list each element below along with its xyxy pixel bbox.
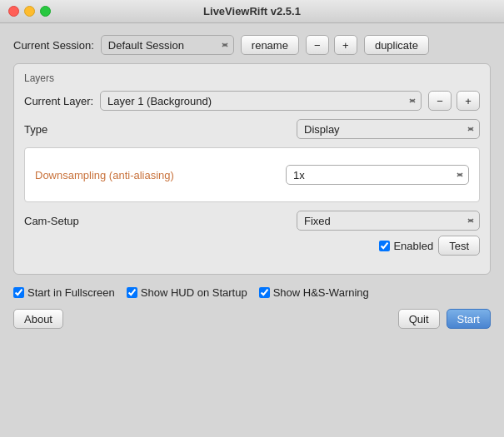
layer-minus-button[interactable]: − [428, 91, 452, 111]
title-bar: LiveViewRift v2.5.1 [0, 0, 504, 23]
main-content: Current Session: Default Session rename … [0, 23, 504, 339]
hud-checkbox-label[interactable]: Show HUD on Startup [127, 286, 247, 299]
bottom-checkboxes: Start in Fullscreen Show HUD on Startup … [13, 283, 491, 299]
downsampling-box: Downsampling (anti-aliasing) 1x [24, 147, 480, 202]
session-minus-button[interactable]: − [306, 35, 329, 55]
hud-label: Show HUD on Startup [141, 286, 247, 299]
camsetup-row: Cam-Setup Fixed [24, 211, 480, 231]
layer-plus-button[interactable]: + [457, 91, 480, 111]
current-layer-label: Current Layer: [24, 95, 93, 107]
duplicate-button[interactable]: duplicate [364, 35, 429, 55]
type-row: Type Display [24, 119, 480, 139]
layer-select[interactable]: Layer 1 (Background) [100, 91, 422, 111]
layers-title: Layers [24, 72, 480, 84]
type-select[interactable]: Display [297, 119, 480, 139]
warning-label: Show H&S-Warning [273, 286, 369, 299]
close-button[interactable] [8, 6, 19, 17]
start-button[interactable]: Start [447, 309, 491, 329]
current-layer-row: Current Layer: Layer 1 (Background) − + [24, 91, 480, 111]
camsetup-select[interactable]: Fixed [297, 211, 480, 231]
enabled-checkbox-label[interactable]: Enabled [379, 240, 433, 252]
bottom-buttons: About Quit Start [13, 309, 491, 329]
window-title: LiveViewRift v2.5.1 [203, 5, 301, 17]
fullscreen-label: Start in Fullscreen [27, 286, 115, 299]
test-button[interactable]: Test [438, 236, 480, 256]
layers-box: Layers Current Layer: Layer 1 (Backgroun… [13, 63, 491, 275]
camsetup-label: Cam-Setup [24, 215, 297, 227]
fullscreen-checkbox-label[interactable]: Start in Fullscreen [13, 286, 115, 299]
downsampling-select[interactable]: 1x [286, 165, 469, 185]
downsampling-row: Downsampling (anti-aliasing) 1x [35, 165, 469, 185]
fullscreen-checkbox[interactable] [13, 287, 24, 298]
rename-button[interactable]: rename [241, 35, 299, 55]
traffic-lights [8, 6, 51, 17]
type-label: Type [24, 123, 297, 136]
enabled-label: Enabled [393, 240, 433, 252]
warning-checkbox-label[interactable]: Show H&S-Warning [259, 286, 369, 299]
session-label: Current Session: [13, 39, 94, 52]
enabled-checkbox[interactable] [379, 241, 390, 251]
bottom-right-buttons: Quit Start [398, 309, 491, 329]
session-row: Current Session: Default Session rename … [13, 35, 491, 55]
enabled-row: Enabled Test [24, 236, 480, 256]
session-select[interactable]: Default Session [101, 35, 234, 55]
downsampling-label: Downsampling (anti-aliasing) [35, 169, 286, 181]
hud-checkbox[interactable] [127, 287, 137, 298]
quit-button[interactable]: Quit [398, 309, 440, 329]
session-plus-button[interactable]: + [334, 35, 357, 55]
minimize-button[interactable] [24, 6, 35, 17]
warning-checkbox[interactable] [259, 287, 270, 298]
about-button[interactable]: About [13, 309, 63, 329]
maximize-button[interactable] [40, 6, 51, 17]
